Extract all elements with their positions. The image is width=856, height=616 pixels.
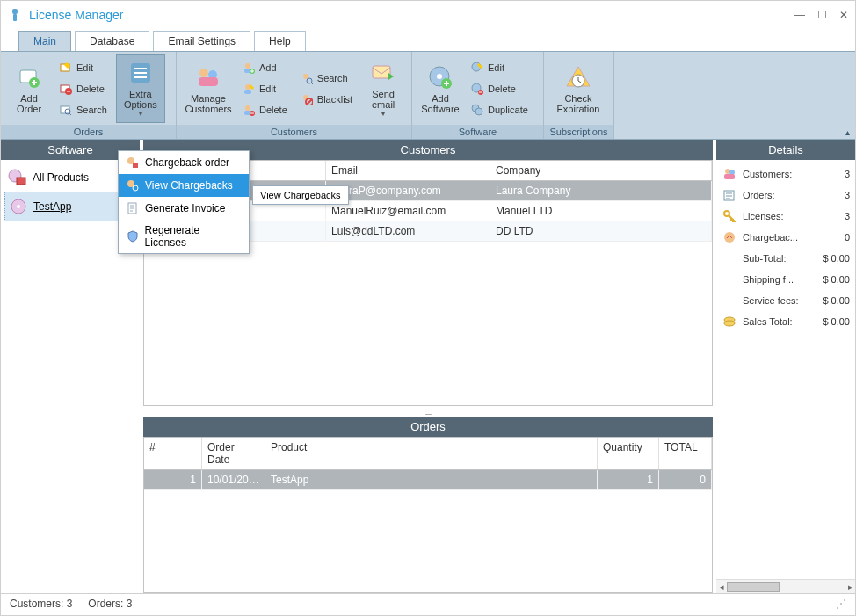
svg-point-44 xyxy=(724,232,735,243)
window-title: License Manager xyxy=(29,8,123,22)
blacklist-icon xyxy=(300,92,314,106)
delete-icon xyxy=(59,82,73,96)
duplicate-software-button[interactable]: Duplicate xyxy=(468,100,533,120)
edit-order-button[interactable]: Edit xyxy=(57,58,112,77)
detail-service: Service fees:$ 0,00 xyxy=(722,290,850,311)
disc-icon xyxy=(9,198,28,215)
add-order-button[interactable]: Add Order xyxy=(4,54,54,123)
detail-orders: Orders:3 xyxy=(722,185,850,206)
svg-point-33 xyxy=(475,108,482,115)
ribbon: Add Order Edit Delete Search Extra Optio… xyxy=(1,52,855,140)
maximize-button[interactable]: ☐ xyxy=(817,9,827,21)
manage-customers-button[interactable]: Manage Customers xyxy=(180,54,236,123)
svg-point-13 xyxy=(245,63,250,69)
ribbon-collapse-button[interactable]: ▴ xyxy=(845,127,850,137)
edit-customer-button[interactable]: Edit xyxy=(240,79,293,98)
extra-options-button[interactable]: Extra Options ▾ xyxy=(116,54,165,123)
tooltip: View Chargebacks xyxy=(252,185,349,205)
ribbon-tabs: Main Database Email Settings Help xyxy=(1,29,855,52)
menu-view-chargebacks[interactable]: View Chargebacks xyxy=(119,174,249,197)
disc-delete-icon xyxy=(470,82,484,96)
software-item-testapp[interactable]: TestApp xyxy=(4,192,136,221)
disc-box-icon xyxy=(8,169,27,186)
ribbon-group-customers: Manage Customers Add Edit Delete Search … xyxy=(177,52,412,139)
scroll-right-icon[interactable]: ▸ xyxy=(845,580,855,594)
tab-main[interactable]: Main xyxy=(18,31,71,51)
chargeback-order-icon xyxy=(126,156,140,170)
people-icon xyxy=(194,63,222,91)
minimize-button[interactable]: — xyxy=(794,9,805,21)
person-search-icon xyxy=(300,71,314,85)
status-customers: Customers: 3 xyxy=(10,598,72,610)
check-expiration-button[interactable]: Check Expiration xyxy=(548,54,609,123)
software-all-products[interactable]: All Products xyxy=(4,163,136,192)
add-order-label: Add Order xyxy=(17,93,41,114)
svg-point-50 xyxy=(133,185,138,191)
warning-clock-icon xyxy=(564,63,592,91)
close-button[interactable]: ✕ xyxy=(839,9,848,21)
add-customer-button[interactable]: Add xyxy=(240,58,293,77)
svg-rect-25 xyxy=(373,66,390,78)
ribbon-group-orders: Add Order Edit Delete Search Extra Optio… xyxy=(1,52,177,139)
svg-rect-48 xyxy=(133,163,138,168)
window-controls: — ☐ ✕ xyxy=(794,9,848,21)
detail-subtotal: Sub-Total:$ 0,00 xyxy=(722,248,850,269)
edit-software-button[interactable]: Edit xyxy=(468,58,533,77)
chevron-down-icon: ▾ xyxy=(139,110,142,118)
menu-chargeback-order[interactable]: Chargeback order xyxy=(119,151,249,174)
delete-software-button[interactable]: Delete xyxy=(468,79,533,98)
details-panel: Details Customers:3 Orders:3 Licenses:3 … xyxy=(716,140,855,593)
delete-order-button[interactable]: Delete xyxy=(57,79,112,98)
detail-sales-total: Sales Total:$ 0,00 xyxy=(722,311,850,332)
extra-options-menu: Chargeback order View Chargebacks Genera… xyxy=(118,150,250,254)
search-order-button[interactable]: Search xyxy=(57,100,112,120)
scroll-thumb[interactable] xyxy=(727,582,780,592)
orders-columns: # Order Date Product Quantity TOTAL xyxy=(144,438,712,470)
svg-point-38 xyxy=(17,205,20,208)
send-email-button[interactable]: Send email ▾ xyxy=(361,54,405,123)
svg-point-27 xyxy=(437,74,442,79)
scroll-left-icon[interactable]: ◂ xyxy=(716,580,727,594)
svg-rect-41 xyxy=(724,174,735,179)
person-edit-icon xyxy=(242,82,256,96)
detail-shipping: Shipping f...$ 0,00 xyxy=(722,269,850,290)
app-icon xyxy=(8,8,22,22)
disc-edit-icon xyxy=(470,61,484,75)
coins-icon xyxy=(722,314,737,330)
orders-table[interactable]: # Order Date Product Quantity TOTAL 1 10… xyxy=(143,437,713,593)
ribbon-group-label: Orders xyxy=(1,125,176,139)
details-scrollbar[interactable]: ◂ ▸ xyxy=(716,579,855,593)
mail-icon xyxy=(369,59,397,87)
resize-grip[interactable]: ⋰ xyxy=(836,598,846,610)
invoice-icon xyxy=(126,201,140,215)
orders-icon xyxy=(722,187,737,203)
svg-point-10 xyxy=(199,69,208,77)
shield-icon xyxy=(126,229,140,243)
svg-rect-17 xyxy=(244,90,251,94)
tab-email[interactable]: Email Settings xyxy=(153,31,250,51)
svg-rect-36 xyxy=(17,178,25,185)
view-chargebacks-icon xyxy=(126,178,140,192)
ribbon-group-subscriptions: Check Expiration Subscriptions xyxy=(544,52,614,139)
menu-regenerate-licenses[interactable]: Regenerate Licenses xyxy=(119,220,249,253)
menu-generate-invoice[interactable]: Generate Invoice xyxy=(119,197,249,220)
chargeback-icon xyxy=(722,229,737,245)
details-header: Details xyxy=(716,140,855,160)
disc-add-icon xyxy=(426,63,454,91)
person-add-icon xyxy=(242,61,256,75)
splitter[interactable]: ⸺ xyxy=(143,409,713,417)
titlebar: License Manager — ☐ ✕ xyxy=(1,1,855,29)
table-row[interactable]: 1 10/01/2019 TestApp 1 0 xyxy=(144,470,712,490)
detail-licenses: Licenses:3 xyxy=(722,206,850,227)
people-icon xyxy=(722,166,737,182)
add-software-button[interactable]: Add Software xyxy=(416,54,465,123)
search-customer-button[interactable]: Search xyxy=(298,69,358,88)
blacklist-button[interactable]: Blacklist xyxy=(298,90,358,109)
tab-help[interactable]: Help xyxy=(254,31,306,51)
tab-database[interactable]: Database xyxy=(75,31,149,51)
chevron-down-icon: ▾ xyxy=(381,110,385,118)
orders-header: Orders xyxy=(143,417,713,437)
status-orders: Orders: 3 xyxy=(88,598,132,610)
svg-rect-1 xyxy=(13,14,17,21)
delete-customer-button[interactable]: Delete xyxy=(240,100,293,120)
